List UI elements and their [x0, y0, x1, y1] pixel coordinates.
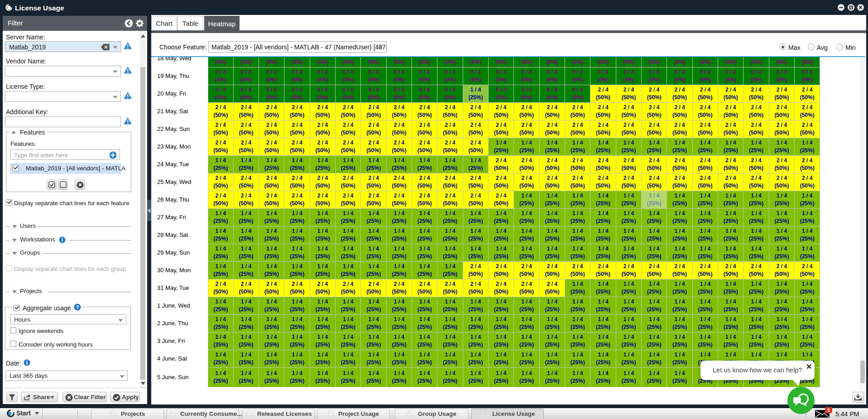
svg-text:?: ? [76, 304, 79, 310]
